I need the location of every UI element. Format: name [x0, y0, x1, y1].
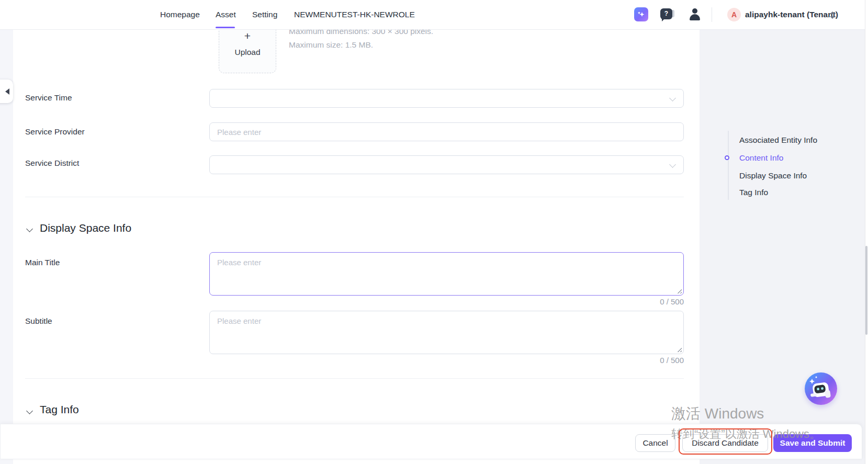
service-time-label: Service Time — [25, 93, 72, 103]
header-divider — [712, 7, 712, 22]
plus-icon: + — [219, 31, 276, 41]
upload-hint-size: Maximum size: 1.5 MB. — [289, 40, 373, 50]
sparkle-glyph-icon — [637, 10, 646, 19]
section-divider — [25, 197, 684, 197]
cancel-button[interactable]: Cancel — [635, 434, 675, 452]
tenant-switch-chevrons-icon[interactable] — [830, 12, 835, 19]
anchor-item-content-info[interactable]: Content Info — [739, 153, 783, 163]
active-anchor-marker-icon — [725, 155, 729, 160]
tab-newmenutest-hk-newrole[interactable]: NEWMENUTEST-HK-NEWROLE — [294, 0, 415, 29]
anchor-item-display-space-info[interactable]: Display Space Info — [739, 171, 807, 181]
vertical-scrollbar-thumb[interactable] — [865, 246, 867, 335]
anchor-item-tag-info[interactable]: Tag Info — [739, 187, 768, 198]
service-provider-label: Service Provider — [25, 127, 85, 137]
discard-candidate-button[interactable]: Discard Candidate — [682, 434, 768, 452]
display-space-section-title: Display Space Info — [40, 222, 131, 234]
tag-section-title: Tag Info — [40, 403, 79, 416]
tab-asset[interactable]: Asset — [216, 0, 236, 29]
chevron-down-icon — [669, 161, 676, 168]
service-provider-field — [209, 122, 684, 141]
ai-assistant-bubble[interactable] — [805, 372, 837, 405]
subtitle-textarea[interactable] — [210, 311, 683, 354]
ai-sparkle-icon[interactable] — [634, 7, 648, 21]
main-title-textarea[interactable] — [210, 253, 683, 295]
vertical-scrollbar-track[interactable] — [865, 0, 868, 464]
subtitle-char-counter: 0 / 500 — [209, 356, 684, 365]
question-mark-glyph: ? — [664, 10, 668, 17]
collapse-left-icon — [5, 88, 9, 95]
tenant-name[interactable]: alipayhk-tenant (Tenant) — [745, 0, 838, 29]
top-navigation-bar: Homepage Asset Setting NEWMENUTEST-HK-NE… — [0, 0, 868, 30]
app-window: + Upload Maximum dimensions: 300 × 300 p… — [0, 0, 868, 464]
section-divider — [25, 378, 684, 379]
user-icon[interactable] — [689, 8, 701, 21]
chevron-down-icon — [669, 95, 676, 101]
service-district-select[interactable] — [209, 155, 684, 174]
robot-icon — [805, 372, 837, 405]
anchor-item-associated-entity-info[interactable]: Associated Entity Info — [739, 135, 817, 145]
upload-label: Upload — [219, 48, 276, 57]
tenant-avatar[interactable]: A — [727, 8, 741, 21]
main-title-field — [209, 252, 684, 296]
help-echo-bubble — [669, 10, 674, 17]
service-time-select[interactable] — [209, 89, 684, 108]
service-district-label: Service District — [25, 159, 79, 168]
tab-setting[interactable]: Setting — [252, 0, 277, 29]
subtitle-label: Subtitle — [25, 316, 52, 326]
tab-homepage[interactable]: Homepage — [160, 0, 200, 29]
subtitle-field — [209, 311, 684, 354]
active-tab-underline — [216, 27, 235, 28]
main-title-char-counter: 0 / 500 — [209, 297, 684, 306]
save-and-submit-button[interactable]: Save and Submit — [773, 434, 852, 452]
main-title-label: Main Title — [25, 258, 60, 267]
service-provider-input[interactable] — [210, 123, 683, 141]
collapse-panel-handle[interactable] — [0, 80, 13, 103]
anchor-rail — [728, 131, 729, 200]
help-icon[interactable]: ? — [660, 8, 672, 19]
